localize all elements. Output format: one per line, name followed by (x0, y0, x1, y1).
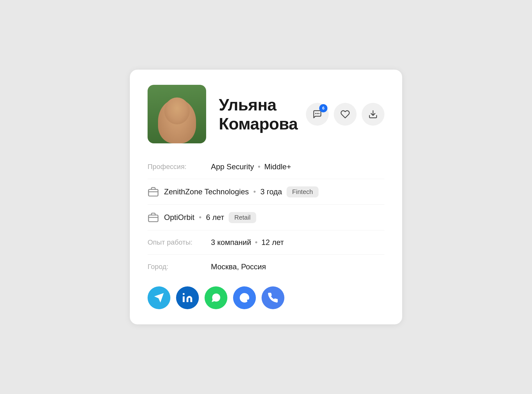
divider-3 (148, 230, 384, 230)
company-name-2: OptiOrbit (164, 213, 194, 222)
company-tag-1: Fintech (287, 186, 319, 197)
social-row (148, 286, 384, 309)
email-icon (239, 292, 250, 303)
svg-rect-6 (149, 215, 158, 222)
divider-4 (148, 254, 384, 255)
whatsapp-button[interactable] (205, 286, 227, 309)
message-button[interactable]: 6 (306, 103, 329, 126)
experience-row: Опыт работы: 3 компаний • 12 лет (148, 232, 384, 253)
divider-2 (148, 204, 384, 205)
experience-companies: 3 компаний (211, 238, 251, 247)
like-button[interactable] (334, 103, 357, 126)
experience-label: Опыт работы: (148, 238, 211, 247)
header-row: Ульяна Комарова 6 (148, 85, 384, 143)
download-icon (368, 109, 378, 119)
phone-button[interactable] (262, 286, 284, 309)
city-value: Москва, Россия (211, 262, 266, 271)
level-text: Middle+ (264, 162, 291, 171)
experience-years: 12 лет (261, 238, 284, 247)
profession-text: App Security (211, 162, 254, 171)
company-years-2: 6 лет (206, 213, 224, 222)
separator-exp: • (255, 238, 257, 247)
svg-rect-4 (149, 190, 158, 196)
company-years-1: 3 года (260, 187, 282, 196)
whatsapp-icon (210, 292, 222, 303)
svg-point-1 (317, 113, 317, 113)
svg-rect-8 (183, 297, 185, 302)
separator-c2: • (199, 213, 201, 222)
company-info-1: ZenithZone Technologies • 3 года Fintech (164, 186, 319, 197)
linkedin-icon (182, 292, 193, 303)
company-name-1: ZenithZone Technologies (164, 187, 249, 196)
briefcase-icon-2 (148, 212, 159, 223)
profile-name: Ульяна Комарова (219, 95, 306, 133)
svg-point-9 (183, 293, 185, 295)
company-row-2: OptiOrbit • 6 лет Retail (148, 206, 384, 229)
message-badge: 6 (319, 104, 327, 112)
city-row: Город: Москва, Россия (148, 256, 384, 278)
company-row-1: ZenithZone Technologies • 3 года Fintech (148, 180, 384, 203)
telegram-icon (153, 292, 165, 303)
heart-icon (340, 109, 350, 119)
info-section: Профессия: App Security • Middle+ Zenith… (148, 156, 384, 278)
avatar (148, 85, 206, 143)
separator-c1: • (253, 187, 256, 196)
company-info-2: OptiOrbit • 6 лет Retail (164, 212, 256, 223)
avatar-image (148, 85, 206, 143)
city-text: Москва, Россия (211, 262, 266, 271)
profile-card: Ульяна Комарова 6 (130, 70, 402, 324)
download-button[interactable] (362, 103, 384, 126)
svg-point-0 (315, 113, 316, 113)
phone-icon (267, 292, 279, 303)
experience-value: 3 компаний • 12 лет (211, 238, 284, 247)
divider-1 (148, 179, 384, 179)
telegram-button[interactable] (148, 286, 170, 309)
city-label: Город: (148, 263, 211, 271)
profession-label: Профессия: (148, 163, 211, 171)
action-buttons: 6 (306, 103, 384, 126)
separator-1: • (258, 162, 260, 171)
name-section: Ульяна Комарова (206, 95, 306, 133)
profession-value: App Security • Middle+ (211, 162, 291, 171)
briefcase-icon-1 (148, 186, 159, 197)
company-tag-2: Retail (229, 212, 256, 223)
linkedin-button[interactable] (176, 286, 199, 309)
email-button[interactable] (233, 286, 256, 309)
svg-point-2 (319, 113, 319, 113)
profession-row: Профессия: App Security • Middle+ (148, 156, 384, 178)
